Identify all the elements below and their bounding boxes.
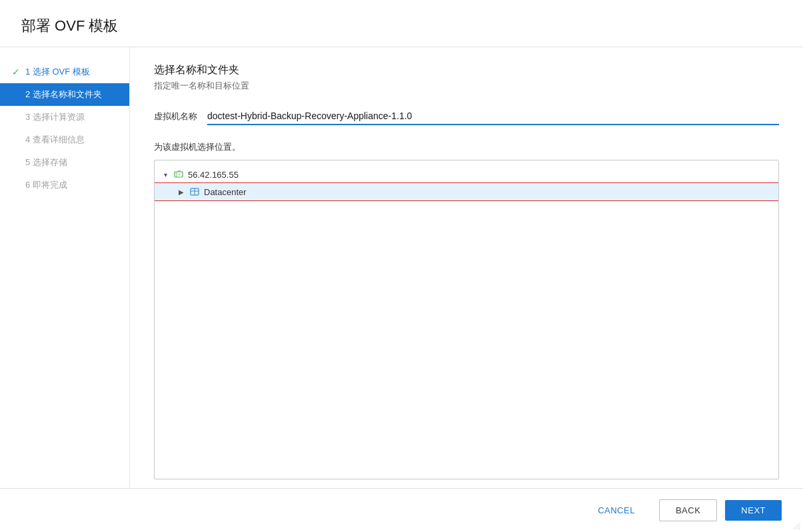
svg-point-4 [179, 174, 180, 175]
step-2-icon [11, 89, 21, 100]
step-4-icon [11, 134, 21, 145]
chevron-right-icon[interactable]: ▶ [176, 186, 187, 197]
dialog-header: 部署 OVF 模板 [0, 0, 803, 47]
step-1-label: 1 选择 OVF 模板 [25, 66, 90, 78]
section-title: 选择名称和文件夹 [154, 63, 779, 77]
server-icon [173, 169, 184, 180]
check-icon: ✓ [11, 67, 21, 77]
steps-panel: ✓ 1 选择 OVF 模板 2 选择名称和文件夹 3 选择计算资源 4 查看详细… [0, 47, 130, 488]
deploy-ovf-dialog: 部署 OVF 模板 ✓ 1 选择 OVF 模板 2 选择名称和文件夹 3 选择计… [0, 0, 803, 532]
step-6-label: 6 即将完成 [25, 179, 67, 191]
tree-node-datacenter[interactable]: ▶ Datacenter [155, 183, 778, 200]
step-3-label: 3 选择计算资源 [25, 111, 85, 123]
vm-name-row: 虚拟机名称 [154, 108, 779, 125]
datacenter-icon [189, 186, 200, 197]
svg-line-10 [799, 528, 800, 529]
step-2-label: 2 选择名称和文件夹 [25, 89, 102, 101]
dialog-footer: CANCEL BACK NEXT [0, 488, 803, 532]
step-4-label: 4 查看详细信息 [25, 134, 85, 146]
chevron-down-icon[interactable]: ▾ [160, 169, 171, 180]
step-5[interactable]: 5 选择存储 [0, 151, 129, 174]
tree-datacenter-label: Datacenter [204, 187, 247, 197]
tree-node-root[interactable]: ▾ 56.42.165.55 [155, 166, 778, 183]
step-5-icon [11, 157, 21, 168]
step-1[interactable]: ✓ 1 选择 OVF 模板 [0, 61, 129, 83]
back-button[interactable]: BACK [659, 499, 717, 521]
step-2[interactable]: 2 选择名称和文件夹 [0, 83, 129, 106]
tree-root-label: 56.42.165.55 [188, 170, 239, 180]
step-3-icon [11, 112, 21, 123]
dialog-title: 部署 OVF 模板 [21, 16, 782, 36]
cancel-button[interactable]: CANCEL [582, 500, 651, 521]
next-button[interactable]: NEXT [725, 500, 782, 521]
vm-name-input-wrap [207, 108, 779, 125]
vm-name-label: 虚拟机名称 [154, 111, 207, 123]
tree-container[interactable]: ▾ 56.42.165.55 ▶ [154, 160, 779, 479]
resize-handle [794, 523, 800, 529]
step-3[interactable]: 3 选择计算资源 [0, 106, 129, 129]
step-6-icon [11, 180, 21, 190]
vm-name-input[interactable] [207, 108, 779, 124]
dialog-body: ✓ 1 选择 OVF 模板 2 选择名称和文件夹 3 选择计算资源 4 查看详细… [0, 47, 803, 488]
section-subtitle: 指定唯一名称和目标位置 [154, 80, 779, 92]
step-6[interactable]: 6 即将完成 [0, 174, 129, 196]
step-4[interactable]: 4 查看详细信息 [0, 129, 129, 151]
step-5-label: 5 选择存储 [25, 156, 67, 168]
main-content: 选择名称和文件夹 指定唯一名称和目标位置 虚拟机名称 为该虚拟机选择位置。 ▾ [130, 47, 803, 488]
location-label: 为该虚拟机选择位置。 [154, 141, 779, 153]
